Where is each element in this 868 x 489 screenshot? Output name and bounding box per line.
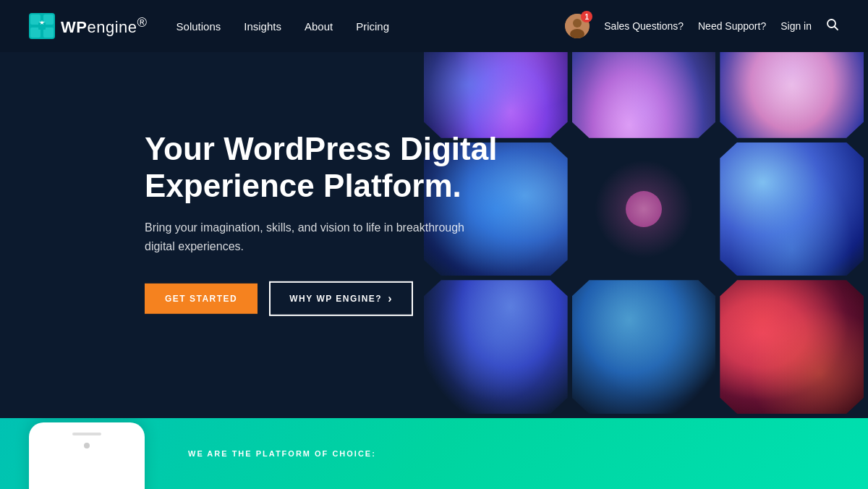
why-wpengine-button[interactable]: WHY WP ENGINE? › xyxy=(269,281,413,316)
nav-insights[interactable]: Insights xyxy=(244,20,281,33)
bottom-section: WE ARE THE PLATFORM OF CHOICE: xyxy=(0,418,868,489)
platform-text: WE ARE THE PLATFORM OF CHOICE: xyxy=(188,449,376,458)
sign-in-link[interactable]: Sign in xyxy=(780,20,812,32)
search-icon[interactable] xyxy=(826,18,839,35)
wpengine-logo-icon xyxy=(29,13,55,39)
platform-label: WE ARE THE PLATFORM OF CHOICE: xyxy=(188,449,376,458)
nav-about[interactable]: About xyxy=(305,20,333,33)
hero-title: Your WordPress Digital Experience Platfo… xyxy=(145,131,521,204)
logo-text: WPengine® xyxy=(61,14,148,37)
avatar-container[interactable]: 1 xyxy=(565,14,590,38)
get-started-button[interactable]: GET STARTED xyxy=(145,284,258,314)
nav-solutions[interactable]: Solutions xyxy=(176,20,221,33)
nav-links: Solutions Insights About Pricing xyxy=(176,20,566,33)
hero-subtitle: Bring your imagination, skills, and visi… xyxy=(145,218,477,255)
svg-point-8 xyxy=(573,19,582,27)
mosaic-cell-9 xyxy=(720,280,864,414)
nav-pricing[interactable]: Pricing xyxy=(356,20,389,33)
hero-section: Your WordPress Digital Experience Platfo… xyxy=(0,0,868,418)
need-support-link[interactable]: Need Support? xyxy=(698,20,766,32)
svg-line-11 xyxy=(835,26,838,30)
arrow-icon: › xyxy=(388,292,393,305)
mosaic-cell-8 xyxy=(572,280,716,414)
hero-buttons: GET STARTED WHY WP ENGINE? › xyxy=(145,281,521,316)
mosaic-cell-5 xyxy=(572,143,716,276)
phone-notch xyxy=(72,433,101,435)
mosaic-cell-6 xyxy=(720,143,864,276)
sales-questions-link[interactable]: Sales Questions? xyxy=(604,20,684,32)
navbar: WPengine® Solutions Insights About Prici… xyxy=(0,0,868,52)
phone-mockup xyxy=(29,422,145,489)
nav-right: 1 Sales Questions? Need Support? Sign in xyxy=(565,14,839,38)
avatar-badge: 1 xyxy=(581,11,592,22)
hero-content: Your WordPress Digital Experience Platfo… xyxy=(145,131,521,316)
logo[interactable]: WPengine® xyxy=(29,13,148,39)
phone-dot xyxy=(84,443,90,448)
